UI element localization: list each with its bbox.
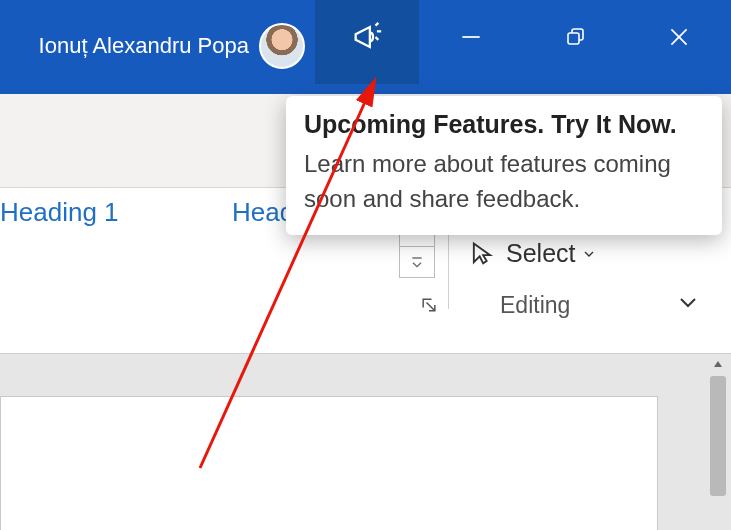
select-button[interactable]: Select bbox=[468, 239, 607, 268]
editing-group-expand[interactable] bbox=[676, 290, 700, 318]
account-name[interactable]: Ionuț Alexandru Popa bbox=[39, 33, 249, 59]
svg-line-0 bbox=[376, 23, 379, 26]
close-button[interactable] bbox=[627, 0, 731, 84]
svg-line-8 bbox=[427, 303, 435, 311]
minimize-icon bbox=[458, 24, 484, 50]
chevron-down-icon bbox=[581, 246, 597, 262]
restore-button[interactable] bbox=[523, 0, 627, 84]
editing-group-label: Editing bbox=[500, 292, 570, 319]
expand-gallery-icon bbox=[409, 253, 425, 271]
title-bar-right: Ionuț Alexandru Popa bbox=[39, 18, 731, 74]
vertical-scrollbar[interactable] bbox=[707, 354, 729, 522]
avatar[interactable] bbox=[259, 23, 305, 69]
svg-rect-4 bbox=[568, 33, 579, 44]
styles-dialog-launcher[interactable] bbox=[414, 290, 444, 320]
triangle-up-icon bbox=[712, 358, 724, 370]
styles-expand[interactable] bbox=[399, 247, 435, 278]
svg-marker-9 bbox=[714, 361, 722, 367]
document-page[interactable] bbox=[0, 396, 658, 530]
close-icon bbox=[666, 24, 692, 50]
scroll-thumb[interactable] bbox=[710, 376, 726, 496]
upcoming-features-tooltip: Upcoming Features. Try It Now. Learn mor… bbox=[286, 96, 722, 235]
title-bar: Ionuț Alexandru Popa bbox=[0, 0, 731, 94]
upcoming-features-button[interactable] bbox=[315, 0, 419, 84]
svg-line-2 bbox=[376, 37, 379, 40]
style-heading1[interactable]: Heading 1 bbox=[0, 197, 119, 228]
minimize-button[interactable] bbox=[419, 0, 523, 84]
document-canvas bbox=[0, 354, 731, 530]
chevron-down-icon bbox=[676, 290, 700, 314]
select-label: Select bbox=[506, 239, 575, 268]
cursor-icon bbox=[468, 240, 496, 268]
restore-icon bbox=[563, 25, 587, 49]
dialog-launcher-icon bbox=[419, 295, 439, 315]
tooltip-title: Upcoming Features. Try It Now. bbox=[304, 110, 704, 139]
tooltip-body: Learn more about features coming soon an… bbox=[304, 147, 704, 217]
scroll-up-button[interactable] bbox=[707, 354, 729, 374]
megaphone-icon bbox=[350, 20, 384, 54]
